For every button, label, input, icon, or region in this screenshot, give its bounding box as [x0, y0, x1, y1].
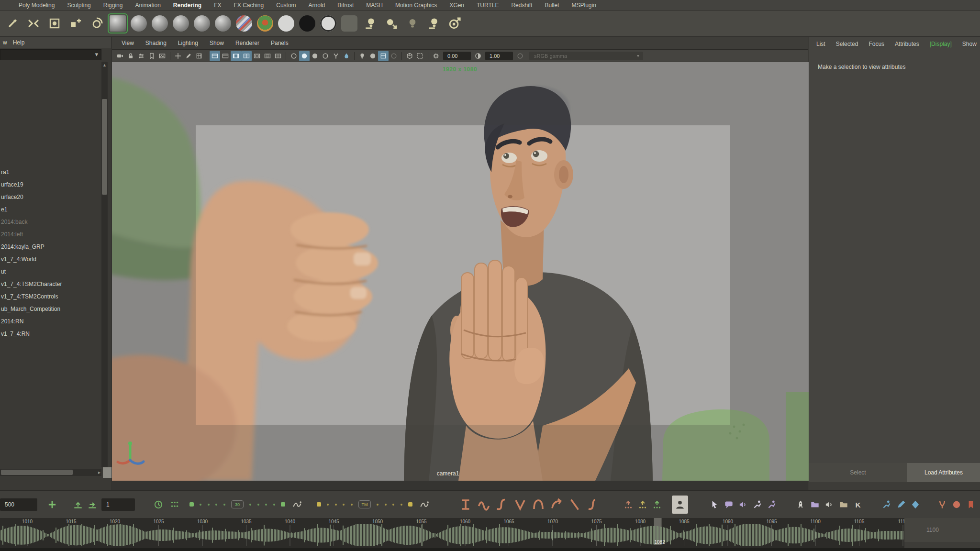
add-key-button[interactable] [47, 499, 57, 510]
outliner-item-e1[interactable]: e1 [0, 203, 101, 216]
attribute-editor-menu-display[interactable]: [Display] [924, 41, 957, 47]
folder-tan-button[interactable] [838, 499, 849, 510]
motion-blur-icon[interactable] [389, 51, 399, 61]
tangent-linear-button[interactable] [568, 497, 582, 512]
shading-map-icon[interactable] [318, 13, 339, 34]
lighting-icon[interactable] [357, 51, 368, 61]
menubar-item-xgen[interactable]: XGen [443, 2, 470, 9]
record-button[interactable] [951, 499, 962, 510]
path-curve-button[interactable] [419, 499, 430, 510]
anti-aliasing-icon[interactable] [404, 51, 415, 61]
next-key-button[interactable] [87, 499, 98, 510]
default-material-icon[interactable] [320, 51, 331, 61]
duplicate-special-icon[interactable] [65, 13, 86, 34]
overshoot-curve-button[interactable] [292, 499, 302, 510]
bookmark-red-button[interactable] [966, 499, 976, 510]
snap-align-icon[interactable] [23, 13, 44, 34]
stack-keys-red-button[interactable] [623, 499, 634, 510]
xray-joints-icon[interactable] [331, 51, 341, 61]
menubar-item-poly-modeling[interactable]: Poly Modeling [12, 2, 61, 9]
menubar-item-arnold[interactable]: Arnold [302, 2, 332, 9]
anisotropic-material-icon[interactable] [128, 13, 149, 34]
playback-end-field[interactable]: 1100 [904, 518, 980, 542]
black-hole-icon[interactable] [297, 13, 318, 34]
viewport-menu-shading[interactable]: Shading [140, 40, 172, 46]
scroll-right-icon[interactable]: ▸ [98, 469, 100, 476]
diamond-blue-button[interactable] [910, 499, 921, 510]
menubar-item-msplugin[interactable]: MSPlugin [566, 2, 602, 9]
render-region-icon[interactable] [86, 13, 107, 34]
key-spacing-button[interactable] [169, 499, 180, 510]
select-camera-icon[interactable] [115, 51, 125, 61]
outliner-item-v1-7-4-rn[interactable]: v1_7_4:RN [0, 328, 101, 340]
grid-icon[interactable] [194, 51, 204, 61]
tangent-valley-button[interactable] [513, 497, 527, 512]
spot-light-icon[interactable] [381, 13, 402, 34]
outliner-item-2014-kayla-grp[interactable]: 2014:kayla_GRP [0, 241, 101, 253]
previous-key-button[interactable] [73, 499, 83, 510]
runner-y-button[interactable] [767, 499, 777, 510]
outliner-item-ra1[interactable]: ra1 [0, 166, 101, 178]
lock-camera-icon[interactable] [125, 51, 136, 61]
safe-title-icon[interactable] [262, 51, 273, 61]
shaded-icon[interactable] [299, 51, 310, 61]
textured-icon[interactable] [310, 51, 320, 61]
menubar-item-custom[interactable]: Custom [270, 2, 302, 9]
outliner-item-v1-7-4-world[interactable]: v1_7_4:World [0, 253, 101, 265]
menubar-item-rigging[interactable]: Rigging [97, 2, 129, 9]
layered-shader-icon[interactable] [234, 13, 255, 34]
phongE-material-icon[interactable] [212, 13, 234, 34]
contrast-icon[interactable] [473, 51, 483, 61]
phong-material-icon[interactable] [191, 13, 212, 34]
menubar-item-animation[interactable]: Animation [129, 2, 167, 9]
camera-attributes-icon[interactable] [136, 51, 146, 61]
outliner-item-2014-back[interactable]: 2014:back [0, 216, 101, 228]
grease-pencil-icon[interactable] [183, 51, 194, 61]
outliner-menu-partial[interactable]: w [0, 39, 10, 46]
key-step-field[interactable]: 1 [101, 498, 135, 511]
resolution-gate-icon[interactable] [220, 51, 231, 61]
ambient-light-icon[interactable] [402, 13, 423, 34]
yellow-tween-slider[interactable]: TM [317, 500, 412, 508]
empty-slot-icon[interactable] [339, 13, 360, 34]
speech-bubble-button[interactable] [724, 499, 734, 510]
scrollbar-thumb[interactable] [1, 470, 73, 475]
speakers-button[interactable] [824, 499, 835, 510]
lambert-material-icon[interactable] [170, 13, 191, 34]
exposure-icon[interactable] [431, 51, 441, 61]
viewport-canvas[interactable]: 1920 x 1080 camera1 [112, 62, 809, 481]
target-weld-icon[interactable] [44, 13, 65, 34]
outliner-filter-input[interactable]: ▾ [0, 49, 101, 60]
outliner-horizontal-scrollbar[interactable]: ▸ [0, 469, 101, 476]
quick-select-icon[interactable] [2, 13, 23, 34]
menubar-item-bifrost[interactable]: Bifrost [331, 2, 360, 9]
pan-zoom-icon[interactable] [173, 51, 183, 61]
gamma-field[interactable]: 1.00 [485, 52, 513, 60]
volume-light-icon[interactable] [423, 13, 444, 34]
standard-material-icon[interactable] [107, 13, 128, 34]
scrollbar-thumb[interactable] [102, 99, 107, 195]
outliner-vertical-scrollbar[interactable]: ▲ [101, 62, 108, 467]
runner-x-button[interactable] [752, 499, 763, 510]
ambient-occlusion-icon[interactable] [378, 51, 389, 61]
wishbone-button[interactable] [937, 499, 947, 510]
menubar-item-mash[interactable]: MASH [360, 2, 389, 9]
rocket-button[interactable] [795, 499, 806, 510]
audio-toggle-button[interactable] [738, 499, 748, 510]
outliner-item-v1-7-4-tsm2character[interactable]: v1_7_4:TSM2Character [0, 278, 101, 290]
viewport-menu-lighting[interactable]: Lighting [172, 40, 204, 46]
outliner-item-2014-rn[interactable]: 2014:RN [0, 315, 101, 328]
time-slider[interactable]: 1010101510201025103010351040104510501055… [0, 518, 904, 548]
playback-speed-field[interactable]: 500 [0, 498, 37, 511]
pen-blue-button[interactable] [896, 499, 906, 510]
image-plane-icon[interactable] [157, 51, 167, 61]
menubar-item-fx[interactable]: FX [208, 2, 227, 9]
menubar-item-redshift[interactable]: Redshift [505, 2, 538, 9]
surface-shader-icon[interactable] [276, 13, 297, 34]
outliner-item-ub-march-competition[interactable]: ub_March_Competition [0, 303, 101, 315]
tangent-arch-button[interactable] [531, 497, 546, 512]
menubar-item-rendering[interactable]: Rendering [167, 2, 208, 9]
shadows-icon[interactable] [368, 51, 378, 61]
outliner-item-urface19[interactable]: urface19 [0, 178, 101, 191]
viewport-menu-view[interactable]: View [116, 40, 140, 46]
